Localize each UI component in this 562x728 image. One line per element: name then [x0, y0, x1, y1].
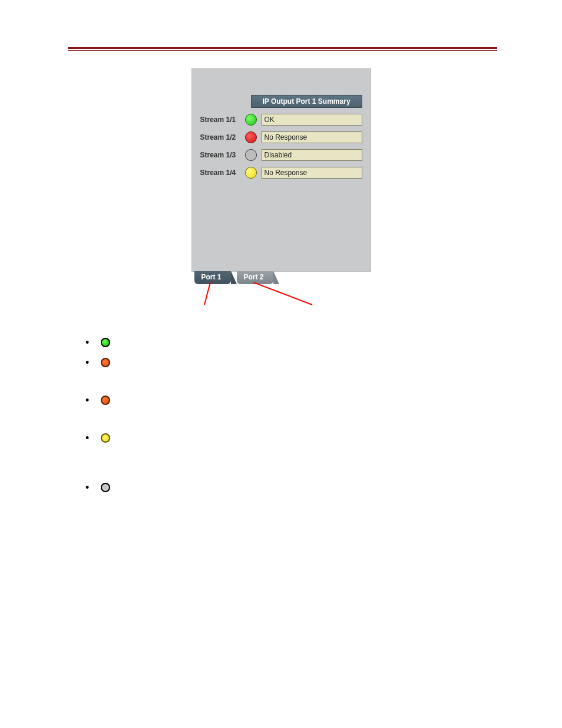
legend-item — [85, 432, 562, 443]
status-indicator-gray-icon — [245, 149, 257, 161]
status-text: Disabled — [262, 149, 362, 161]
tab-port-2[interactable]: Port 2 — [237, 271, 273, 284]
annotation-arrow-icon — [197, 282, 215, 306]
tab-label: Port 1 — [201, 273, 222, 281]
stream-row: Stream 1/4 No Response — [200, 167, 362, 179]
port-tabs: Port 1 Port 2 — [192, 271, 273, 284]
legend-dot-green-icon — [101, 338, 110, 347]
status-legend — [85, 337, 562, 492]
svg-line-0 — [204, 282, 210, 305]
stream-row: Stream 1/1 OK — [200, 114, 362, 126]
legend-item — [85, 482, 562, 492]
stream-label: Stream 1/2 — [200, 133, 244, 141]
legend-item — [85, 357, 562, 367]
svg-line-1 — [253, 282, 312, 305]
stream-label: Stream 1/4 — [200, 169, 244, 177]
legend-dot-orange-icon — [101, 396, 110, 405]
status-panel: IP Output Port 1 Summary Stream 1/1 OK S… — [191, 68, 371, 272]
stream-label: Stream 1/1 — [200, 116, 244, 124]
legend-item — [85, 337, 562, 347]
tab-port-1[interactable]: Port 1 — [194, 271, 231, 284]
status-indicator-green-icon — [245, 114, 257, 126]
status-text: OK — [262, 114, 362, 126]
panel-body: IP Output Port 1 Summary Stream 1/1 OK S… — [191, 68, 371, 272]
legend-dot-yellow-icon — [101, 433, 110, 443]
stream-row: Stream 1/2 No Response — [200, 131, 362, 143]
legend-dot-orange-icon — [101, 358, 110, 367]
summary-header: IP Output Port 1 Summary — [251, 95, 362, 108]
document-rule — [68, 47, 497, 51]
status-indicator-yellow-icon — [245, 167, 257, 179]
status-indicator-red-icon — [245, 131, 257, 143]
status-text: No Response — [262, 131, 362, 143]
legend-item — [85, 394, 562, 405]
stream-row: Stream 1/3 Disabled — [200, 149, 362, 161]
tab-label: Port 2 — [244, 273, 264, 281]
status-text: No Response — [262, 167, 362, 179]
annotation-arrow-icon — [253, 282, 318, 306]
stream-label: Stream 1/3 — [200, 151, 244, 159]
legend-dot-gray-icon — [101, 483, 110, 492]
